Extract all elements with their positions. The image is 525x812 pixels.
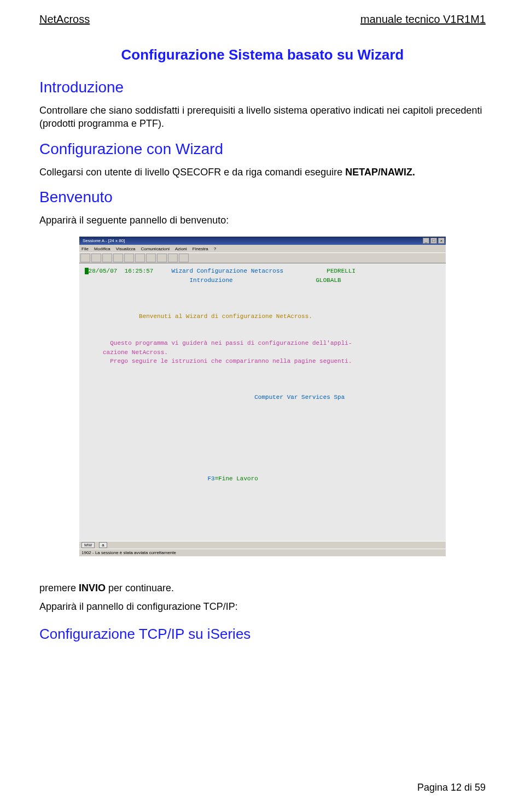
window-buttons: _ □ × [423, 238, 445, 244]
term-title: Wizard Configurazione Netacross [171, 268, 283, 274]
toolbar-button[interactable] [102, 254, 112, 262]
minimize-icon[interactable]: _ [423, 238, 429, 244]
after1-post: per continuare. [106, 582, 174, 593]
toolbar-button[interactable] [168, 254, 178, 262]
benvenuto-paragraph: Apparirà il seguente pannello di benvenu… [39, 214, 486, 227]
maximize-icon[interactable]: □ [430, 238, 437, 244]
term-fkey-key: F3 [207, 475, 214, 482]
toolbar [79, 252, 446, 263]
intro-paragraph: Controllare che siano soddisfatti i prer… [39, 104, 486, 131]
after1-pre: premere [39, 582, 79, 593]
page-title: Configurazione Sistema basato su Wizard [39, 46, 486, 63]
page-footer: Pagina 12 di 59 [417, 782, 486, 793]
term-date: 28/05/07 [89, 268, 118, 274]
conf-text: Collegarsi con utente di livello QSECOFR… [39, 167, 345, 178]
close-icon[interactable]: × [438, 238, 445, 244]
section-conf-heading: Configurazione con Wizard [39, 140, 486, 158]
toolbar-button[interactable] [157, 254, 167, 262]
after1-bold: INVIO [79, 582, 106, 593]
term-user: PEDRELLI [326, 268, 355, 274]
term-time: 16:25:57 [125, 268, 154, 274]
term-company: Computer Var Services Spa [254, 394, 345, 401]
window-title: Sessione A - [24 x 80] [80, 238, 125, 243]
menu-item[interactable]: Modifica [94, 246, 110, 251]
page-header: NetAcross manuale tecnico V1R1M1 [39, 13, 486, 26]
term-fkey-label: =Fine Lavoro [215, 475, 258, 482]
term-welcome: Benvenuti al Wizard di configurazione Ne… [139, 313, 312, 320]
conf-command: NETAP/NAWIZ. [345, 167, 415, 178]
conf-paragraph: Collegarsi con utente di livello QSECOFR… [39, 166, 486, 179]
statusbar-msg: 1902 - La sessione è stata avviata corre… [79, 549, 446, 556]
toolbar-button[interactable] [146, 254, 156, 262]
menu-item[interactable]: Visualizza [116, 246, 136, 251]
toolbar-button[interactable] [113, 254, 123, 262]
term-text: cazione NetAcross. [103, 349, 168, 356]
menu-item[interactable]: ? [214, 246, 216, 251]
section-tcpip-heading: Configurazione TCP/IP su iSeries [39, 626, 486, 643]
toolbar-button[interactable] [179, 254, 189, 262]
window-titlebar: Sessione A - [24 x 80] _ □ × [79, 237, 446, 245]
menu-item[interactable]: Azioni [175, 246, 187, 251]
status-message: 1902 - La sessione è stata avviata corre… [81, 550, 176, 555]
term-text: Questo programma vi guiderà nei passi di… [110, 340, 352, 346]
terminal-screen: 28/05/07 16:25:57 Wizard Configurazione … [79, 263, 446, 541]
menubar: File Modifica Visualizza Comunicazioni A… [79, 245, 446, 252]
menu-item[interactable]: File [81, 246, 89, 251]
cursor-icon [85, 268, 89, 274]
terminal-screenshot: Sessione A - [24 x 80] _ □ × File Modifi… [79, 237, 446, 556]
status-mw: MW [81, 542, 95, 548]
toolbar-button[interactable] [124, 254, 134, 262]
toolbar-button[interactable] [91, 254, 101, 262]
after-paragraph-2: Apparirà il pannello di configurazione T… [39, 600, 486, 613]
menu-item[interactable]: Comunicazioni [141, 246, 170, 251]
toolbar-button[interactable] [135, 254, 145, 262]
menu-item[interactable]: Finestra [192, 246, 208, 251]
status-a: a [99, 542, 107, 548]
section-intro-heading: Introduzione [39, 79, 486, 96]
section-benvenuto-heading: Benvenuto [39, 189, 486, 206]
term-subtitle: Introduzione [189, 277, 232, 284]
term-text: Prego seguire le istruzioni che comparir… [110, 358, 352, 364]
after-paragraph-1: premere INVIO per continuare. [39, 581, 486, 595]
header-left: NetAcross [39, 13, 90, 26]
statusbar: MW a [79, 541, 446, 549]
header-right: manuale tecnico V1R1M1 [360, 13, 486, 26]
toolbar-button[interactable] [80, 254, 90, 262]
term-system: GLOBALB [316, 277, 341, 284]
